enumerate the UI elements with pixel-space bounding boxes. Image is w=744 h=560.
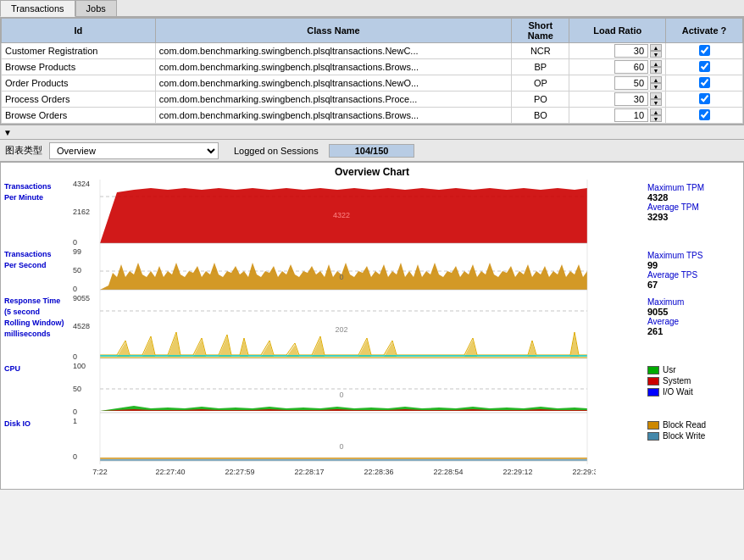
spin-down[interactable]: ▼ [650, 67, 662, 74]
spin-up[interactable]: ▲ [650, 60, 662, 67]
max-tps-label: Maximum TPS [647, 251, 740, 260]
table-row: Browse Orderscom.dom.benchmarking.swingb… [2, 108, 743, 124]
activate-checkbox[interactable] [699, 93, 710, 104]
chart-type-select[interactable]: Overview [49, 142, 219, 159]
blockwrite-label: Block Write [663, 431, 705, 441]
row-id: Browse Orders [2, 108, 156, 124]
max-tpm-value: 4328 [647, 192, 740, 202]
svg-text:50: 50 [73, 385, 81, 393]
row-class: com.dom.benchmarking.swingbench.plsqltra… [155, 108, 511, 124]
label-diskio: Disk IO [1, 417, 70, 463]
svg-text:50: 50 [73, 266, 81, 274]
load-input[interactable] [614, 60, 648, 74]
svg-text:0: 0 [73, 285, 77, 293]
svg-text:0: 0 [73, 238, 77, 247]
legend-blockwrite: Block Write [647, 431, 740, 441]
blockwrite-color [647, 432, 659, 441]
usr-color [647, 366, 659, 374]
label-tpm: TransactionsPer Minute [1, 180, 70, 247]
max-resp-label: Maximum [647, 297, 740, 307]
load-input[interactable] [614, 92, 648, 106]
load-input[interactable] [614, 44, 648, 58]
activate-checkbox[interactable] [699, 45, 710, 56]
svg-text:4322: 4322 [333, 211, 350, 219]
avg-resp-value: 261 [647, 326, 740, 336]
divider-row: ▼ [0, 125, 744, 140]
diskio-legend: Block Read Block Write [647, 420, 740, 467]
row-class: com.dom.benchmarking.swingbench.plsqltra… [155, 75, 511, 91]
label-response: Response Time(5 secondRolling Window)mil… [1, 294, 70, 362]
row-activate [666, 91, 743, 108]
row-id: Browse Products [2, 59, 156, 75]
spin-up[interactable]: ▲ [650, 92, 662, 99]
activate-checkbox[interactable] [699, 61, 710, 72]
tps-stats: Maximum TPS 99 Average TPS 67 [647, 251, 740, 297]
row-short: BP [512, 59, 569, 75]
max-resp-value: 9055 [647, 307, 740, 317]
label-cpu: CPU [1, 362, 70, 417]
row-load: ▲▼ [569, 108, 666, 124]
blockread-color [647, 421, 659, 430]
spin-down[interactable]: ▼ [650, 99, 662, 106]
svg-text:7:22: 7:22 [92, 468, 108, 476]
session-value: 104/150 [329, 144, 415, 158]
col-header-class: Class Name [155, 19, 511, 43]
table-section: Id Class Name Short Name Load Ratio Acti… [0, 17, 744, 125]
row-activate [666, 59, 743, 75]
svg-marker-34 [100, 459, 587, 461]
svg-text:0: 0 [73, 452, 77, 461]
chart-content: TransactionsPer Minute TransactionsPer S… [1, 180, 743, 489]
row-id: Process Orders [2, 91, 156, 108]
spin-down[interactable]: ▼ [650, 115, 662, 122]
main-chart-svg: 4324 2162 0 4322 99 50 [70, 180, 596, 489]
tab-transactions[interactable]: Transactions [0, 0, 75, 17]
activate-checkbox[interactable] [699, 77, 710, 88]
activate-checkbox[interactable] [699, 109, 710, 120]
chart-svg-area: 4324 2162 0 4322 99 50 [70, 180, 646, 489]
tpm-chart: 4324 2162 0 4322 [73, 180, 587, 247]
spin-down[interactable]: ▼ [650, 83, 662, 90]
row-class: com.dom.benchmarking.swingbench.plsqltra… [155, 91, 511, 108]
legend-system: System [647, 376, 740, 385]
row-short: NCR [512, 43, 569, 59]
row-id: Customer Registration [2, 43, 156, 59]
tab-jobs[interactable]: Jobs [75, 0, 117, 16]
spin-down[interactable]: ▼ [650, 51, 662, 58]
response-stats: Maximum 9055 Average 261 [647, 297, 740, 365]
load-input[interactable] [614, 108, 648, 122]
load-input[interactable] [614, 76, 648, 90]
legend-blockread: Block Read [647, 420, 740, 430]
chart-controls: 图表类型 Overview Logged on Sessions 104/150 [0, 140, 744, 162]
row-load: ▲▼ [569, 43, 666, 59]
chart-main-wrap: Overview Chart TransactionsPer Minute Tr… [0, 162, 744, 490]
row-class: com.dom.benchmarking.swingbench.plsqltra… [155, 43, 511, 59]
svg-text:99: 99 [73, 247, 81, 256]
label-tps: TransactionsPer Second [1, 247, 70, 294]
tpm-stats: Maximum TPM 4328 Average TPM 3293 [647, 183, 740, 251]
svg-text:0: 0 [339, 442, 343, 451]
usr-label: Usr [663, 365, 676, 374]
svg-text:22:28:36: 22:28:36 [364, 468, 393, 476]
spin-up[interactable]: ▲ [650, 76, 662, 83]
table-row: Process Orderscom.dom.benchmarking.swing… [2, 91, 743, 108]
svg-marker-33 [100, 457, 587, 459]
row-load: ▲▼ [569, 91, 666, 108]
svg-text:0: 0 [73, 352, 77, 361]
collapse-arrow[interactable]: ▼ [3, 128, 12, 137]
iowait-label: I/O Wait [663, 387, 693, 396]
session-label: Logged on Sessions [234, 146, 319, 156]
spin-up[interactable]: ▲ [650, 108, 662, 115]
spin-up[interactable]: ▲ [650, 44, 662, 51]
svg-text:4324: 4324 [73, 180, 90, 188]
svg-text:100: 100 [73, 362, 86, 370]
avg-tpm-value: 3293 [647, 212, 740, 222]
svg-text:0: 0 [339, 391, 343, 399]
chart-right-stats: Maximum TPM 4328 Average TPM 3293 Maximu… [646, 180, 743, 489]
avg-resp-label: Average [647, 317, 740, 326]
row-activate [666, 108, 743, 124]
main-container: Transactions Jobs Id Class Name Short Na… [0, 0, 744, 560]
svg-text:0: 0 [339, 273, 343, 281]
system-label: System [663, 376, 691, 385]
avg-tps-label: Average TPS [647, 270, 740, 280]
svg-text:22:28:54: 22:28:54 [433, 468, 463, 476]
